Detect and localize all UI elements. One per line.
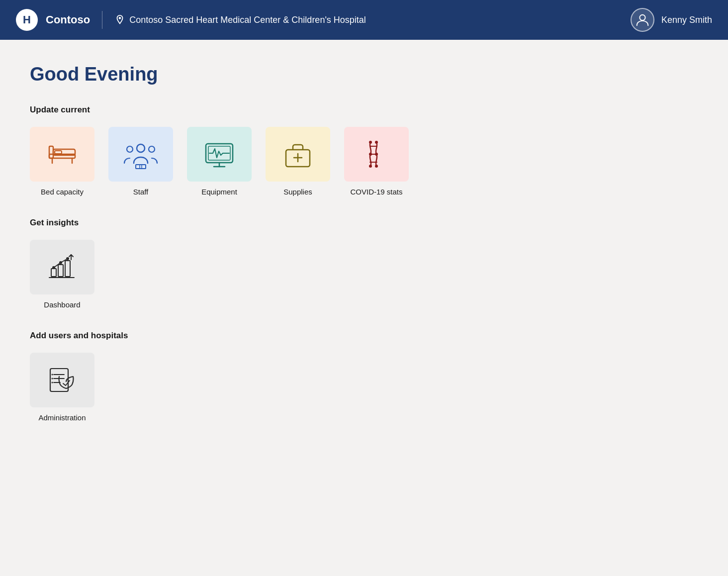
app-header: H Contoso Contoso Sacred Heart Medical C… — [0, 0, 728, 40]
supplies-icon — [281, 139, 315, 170]
administration-icon — [45, 365, 79, 395]
staff-label: Staff — [133, 188, 149, 196]
svg-point-9 — [127, 146, 133, 152]
user-section[interactable]: Kenny Smith — [631, 8, 712, 32]
greeting-title: Good Evening — [30, 64, 698, 85]
app-name: Contoso — [46, 13, 90, 26]
card-bed-capacity[interactable]: Bed capacity — [30, 127, 94, 196]
svg-point-28 — [369, 153, 372, 156]
svg-rect-32 — [65, 261, 70, 277]
staff-icon — [121, 138, 161, 171]
svg-point-26 — [369, 165, 372, 168]
svg-rect-11 — [136, 165, 146, 169]
svg-point-0 — [119, 17, 121, 19]
card-dashboard[interactable]: Dashboard — [30, 240, 94, 309]
administration-label: Administration — [38, 413, 86, 422]
svg-rect-30 — [51, 269, 56, 277]
administration-icon-box — [30, 353, 94, 407]
user-avatar — [631, 8, 654, 32]
svg-point-1 — [639, 15, 645, 20]
insights-section-title: Get insights — [30, 218, 698, 228]
bed-icon — [45, 139, 79, 169]
svg-point-34 — [59, 261, 62, 264]
card-covid-stats[interactable]: COVID-19 stats — [344, 127, 409, 196]
svg-point-8 — [137, 144, 145, 152]
svg-rect-4 — [55, 151, 62, 154]
equipment-icon-box — [187, 127, 252, 182]
insights-cards-row: Dashboard — [30, 240, 698, 309]
add-cards-row: Administration — [30, 353, 698, 422]
equipment-label: Equipment — [201, 188, 237, 196]
svg-rect-31 — [58, 265, 63, 277]
svg-point-29 — [375, 153, 378, 156]
svg-point-43 — [52, 378, 53, 380]
staff-icon-box — [108, 127, 173, 182]
svg-point-42 — [52, 374, 53, 376]
logo-letter: H — [23, 13, 31, 26]
bed-capacity-icon-box — [30, 127, 94, 182]
update-section: Update current — [30, 105, 698, 196]
svg-point-35 — [66, 257, 69, 260]
svg-point-10 — [149, 146, 155, 152]
location-section: Contoso Sacred Heart Medical Center & Ch… — [114, 14, 631, 25]
equipment-icon — [202, 139, 237, 170]
svg-point-25 — [375, 141, 378, 144]
card-administration[interactable]: Administration — [30, 353, 94, 422]
update-cards-row: Bed capacity — [30, 127, 698, 196]
user-icon — [635, 12, 650, 27]
card-staff[interactable]: Staff — [108, 127, 173, 196]
user-name: Kenny Smith — [661, 15, 712, 25]
dashboard-label: Dashboard — [44, 300, 80, 309]
supplies-icon-box — [266, 127, 330, 182]
dna-icon — [360, 138, 393, 171]
header-divider — [102, 11, 102, 29]
supplies-label: Supplies — [283, 188, 312, 196]
dashboard-icon — [45, 252, 79, 283]
dashboard-icon-box — [30, 240, 94, 294]
app-logo: H — [16, 9, 38, 31]
add-users-section: Add users and hospitals — [30, 331, 698, 422]
covid-stats-label: COVID-19 stats — [350, 188, 402, 196]
svg-point-44 — [52, 382, 53, 384]
card-equipment[interactable]: Equipment — [187, 127, 252, 196]
main-content: Good Evening Update current — [0, 40, 728, 468]
svg-point-27 — [375, 165, 378, 168]
covid-icon-box — [344, 127, 409, 182]
svg-rect-5 — [49, 146, 53, 158]
svg-point-33 — [52, 266, 55, 269]
location-text: Contoso Sacred Heart Medical Center & Ch… — [129, 15, 366, 25]
insights-section: Get insights — [30, 218, 698, 309]
location-pin-icon — [114, 14, 125, 25]
card-supplies[interactable]: Supplies — [266, 127, 330, 196]
add-users-section-title: Add users and hospitals — [30, 331, 698, 341]
svg-point-24 — [369, 141, 372, 144]
bed-capacity-label: Bed capacity — [41, 188, 84, 196]
update-section-title: Update current — [30, 105, 698, 115]
